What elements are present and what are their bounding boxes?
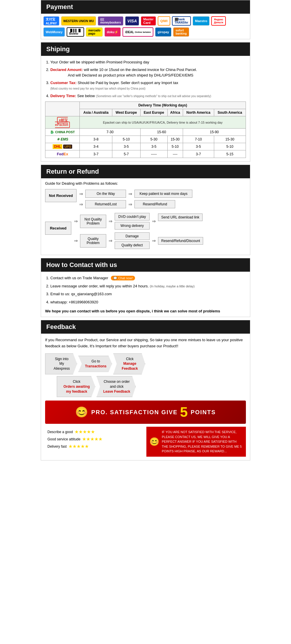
rating-stars-2: ★★★★★ <box>82 436 102 442</box>
smiley-icon: 😊 <box>75 406 89 418</box>
mercado-logo: mercadopago <box>86 27 103 37</box>
chinapost-carrier-logo: 🐉 CHINA POST <box>49 130 76 134</box>
refund-guide-title: Guide for Dealing with Problems as follo… <box>45 181 246 186</box>
delivery-label: Delivery Time: <box>50 94 76 98</box>
col-west-europe: West Europe <box>112 109 140 116</box>
delivery-text: See below <box>77 94 95 98</box>
step-1: Sign intoMyAliexpress <box>45 353 77 374</box>
shipping-list: Your Order will be shipped within Promis… <box>45 59 246 99</box>
payment-section: Payment 支付宝ALIPAY WESTERNUNION WU ((((mo… <box>41 0 250 39</box>
wrong-delivery-label: Wrong delivery <box>120 224 144 228</box>
contact-text-3: Email to us: qx_qianxiang@163.com <box>50 292 112 296</box>
ratings-right: 😊 IF YOU ARE NOT SATISFIED WITH THE SERV… <box>146 427 246 457</box>
contact-text-4: whatsapp: +8618968063920 <box>50 300 98 304</box>
payment-logos: 支付宝ALIPAY WESTERNUNION WU ((((moneybooke… <box>41 14 250 39</box>
chinapost-africa: 15-60 <box>140 129 183 136</box>
fedex-africa: ---- <box>167 150 183 158</box>
arrow-5: ⇒ <box>74 218 78 224</box>
dhl-row: DHL UPS 3-4 3-5 3-5 5-10 3-5 5-10 <box>45 143 246 150</box>
shipping-title: Shiping <box>46 45 70 53</box>
contact-content: Contact with us on Trade Manager 💬 Chat … <box>41 272 250 317</box>
dhl-asia: 3-4 <box>80 143 112 150</box>
resend-refund-discount-label: Resend/Refund/Discount <box>161 239 200 243</box>
contact-emphasis: We hope you can contact with us before y… <box>45 309 246 313</box>
not-received-box: Not Received <box>45 189 77 202</box>
epacket-carrier-logo: e邮宝ePacket <box>55 117 70 128</box>
keep-patient-label: Keep patient to wait more days <box>139 192 187 196</box>
ems-north: 7-10 <box>183 136 214 143</box>
satisfaction-banner: 😊 PRO. SATISFACTION GIVE 5 POINTS <box>45 401 246 424</box>
send-url-label: Send URL download link <box>161 215 199 219</box>
feedback-intro: If you Recommand our Product, our Servic… <box>45 337 246 349</box>
step-5: Choose on orderand clickLeave Feedback <box>97 376 136 397</box>
col-east-europe: East Europe <box>140 109 167 116</box>
ems-carrier-logo: ✈ EMS <box>56 137 69 142</box>
step-3-text: ClickManageFeedback <box>122 357 138 371</box>
table-carrier-header <box>45 102 80 116</box>
dvd-label: DVD couldn't play <box>118 215 146 219</box>
step-1-text: Sign intoMyAliexpress <box>54 357 70 371</box>
send-url-box: Send URL download link <box>158 214 203 221</box>
keep-patient-box: Keep patient to wait more days <box>134 190 192 198</box>
contact-point-3: Email to us: qx_qianxiang@163.com <box>50 291 246 297</box>
dhl-africa: 5-10 <box>167 143 183 150</box>
damage-label: Damage <box>125 234 139 238</box>
fedex-carrier-logo: FedEx <box>57 152 68 156</box>
feedback-header: Feedback <box>41 320 250 334</box>
resend-refund-discount-box: Resend/Refund/Discount <box>158 237 203 245</box>
rating-item-3: Delivery fast ★★★★★ <box>47 444 141 449</box>
feedback-steps-row2: ClickOrders awaitingmy feedback Choose o… <box>45 376 246 397</box>
ups-carrier-logo: UPS <box>63 145 72 149</box>
dhl-west: 3-5 <box>112 143 140 150</box>
qiwi-logo: QIWI <box>158 16 170 26</box>
feedback-title: Feedback <box>46 323 76 330</box>
delivery-table: Delivery Time (Working days) Asia / Aust… <box>45 102 246 158</box>
not-received-diagram: Not Received ⇒ On the Way ⇒ Keep patient… <box>45 189 246 208</box>
chinapost-row: 🐉 CHINA POST 7-30 15-60 15-90 <box>45 129 246 136</box>
wrong-delivery-box: Wrong delivery <box>115 222 150 230</box>
epacket-logo-cell: e邮宝ePacket <box>45 116 80 129</box>
dhl-carrier-logo: DHL <box>53 144 62 149</box>
mastercard-logo: MasterCard <box>141 16 156 26</box>
moneybookers-logo: ((((moneybookers <box>98 16 123 26</box>
customer-label: Customer Tax: <box>50 81 77 85</box>
shipping-point-1-text: Your Order will be shipped within Promis… <box>50 60 149 64</box>
fedex-row: FedEx 3-7 5-7 ----- ---- 3-7 5-15 <box>45 150 246 158</box>
feedback-steps-row1: Sign intoMyAliexpress Go toTransactions … <box>45 353 246 374</box>
returned-lost-label: Returned/Lost <box>95 202 117 206</box>
shipping-content: Your Order will be shipped within Promis… <box>41 56 250 161</box>
ems-asia: 3-8 <box>80 136 112 143</box>
contact-point-1: Contact with us on Trade Manager 💬 Chat … <box>50 275 246 281</box>
visa-logo: VISA <box>125 16 139 26</box>
banner-text2: POINTS <box>191 409 216 416</box>
refund-title: Return or Refund <box>46 168 99 175</box>
dhl-east: 3-5 <box>140 143 167 150</box>
fedex-north: 3-7 <box>183 150 214 158</box>
contact-point-4: whatsapp: +8618968063920 <box>50 299 246 305</box>
chinapost-logo-cell: 🐉 CHINA POST <box>45 129 80 136</box>
dhl-north: 3-5 <box>183 143 214 150</box>
shipping-point-2: Declared Amount: will write 10 or 15usd … <box>50 67 246 78</box>
arrow-4: ⇒ <box>128 202 132 207</box>
dhl-south: 5-10 <box>214 143 246 150</box>
rating-item-2: Good service attitude ★★★★★ <box>47 436 141 442</box>
arrow-6: ⇒ <box>109 218 112 224</box>
arrow-8: ⇒ <box>74 238 78 243</box>
fedex-logo-cell: FedEx <box>45 150 80 158</box>
ems-east: 5-30 <box>140 136 167 143</box>
fedex-south: 5-15 <box>214 150 246 158</box>
ratings-left: Describe a good ★★★★★ Good service attit… <box>45 427 143 457</box>
rating-label-3: Delivery fast <box>47 444 67 449</box>
dhl-logo-cell: DHL UPS <box>45 143 80 150</box>
col-north-america: North America <box>183 109 214 116</box>
shipping-point-3: Customer Tax: Should be Paid by buyer. S… <box>50 80 246 91</box>
table-delivery-header: Delivery Time (Working days) <box>80 102 246 109</box>
refund-section: Return or Refund Guide for Dealing with … <box>41 165 250 255</box>
resend-refund-box: Resend/Refund <box>134 200 175 208</box>
webmoney-logo: WebMoney <box>43 27 65 37</box>
quality-defect-label: Quality defect <box>121 243 143 247</box>
contact-point-2: Leave message under order, will reply yo… <box>50 283 246 289</box>
contact-text-2: Leave message under order, will reply yo… <box>50 284 149 288</box>
shipping-point-1: Your Order will be shipped within Promis… <box>50 59 246 65</box>
fedex-west: 5-7 <box>112 150 140 158</box>
